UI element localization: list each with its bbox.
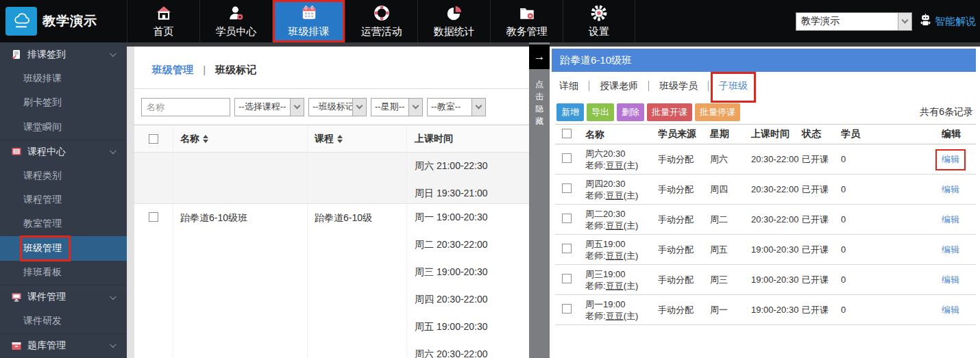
table-row[interactable]: 周五19:00 老师:豆豆(主) 手动分配 周五 19:00-20:30 已开课…	[555, 235, 976, 265]
edit-link[interactable]: 编辑	[942, 244, 959, 255]
collapse-strip-label: 点击隐藏	[535, 78, 544, 127]
edit-link[interactable]: 编辑	[942, 274, 959, 285]
student-source: 手动分配	[658, 304, 710, 316]
tab-separator	[648, 81, 649, 91]
edit-link-annotated[interactable]: 编辑	[942, 154, 959, 164]
sidebar-item-label: 课程中心	[27, 146, 66, 158]
nav-item-label: 首页	[154, 25, 174, 38]
cloud-logo-icon	[5, 7, 37, 36]
column-header-name[interactable]: 名称	[173, 125, 308, 152]
edit-link[interactable]: 编辑	[942, 184, 959, 194]
tab-subclasses[interactable]: 子班级	[716, 80, 750, 92]
sidebar-item-label: 班级排课	[23, 73, 62, 85]
weekday-filter-select[interactable]: --星期--	[371, 98, 423, 116]
nav-item-class-scheduling[interactable]: 班级排课	[272, 0, 345, 42]
teacher-link[interactable]: 豆豆	[606, 220, 624, 231]
class-time: 周六 21:00-22:30	[415, 153, 529, 180]
add-button[interactable]: 新增	[556, 103, 584, 121]
row-checkbox[interactable]	[562, 153, 572, 163]
room-filter-select[interactable]: --教室--	[427, 98, 486, 116]
sidebar-item-course-management[interactable]: 课程管理	[0, 188, 127, 212]
table-row[interactable]: 周一19:00 老师:豆豆(主) 手动分配 周一 19:00-20:30 已开课…	[555, 295, 976, 325]
select-all-checkbox[interactable]	[149, 134, 158, 144]
sort-icon[interactable]	[337, 135, 343, 143]
teacher-suffix: (主)	[624, 311, 639, 321]
collapse-panel-strip[interactable]: → 点击隐藏	[529, 42, 550, 358]
weekday: 周一	[710, 304, 751, 316]
nav-item-student-center[interactable]: 学员中心	[199, 0, 272, 42]
organization-select[interactable]: 教学演示	[796, 12, 912, 31]
teacher-link[interactable]: 豆豆	[606, 251, 624, 261]
table-row[interactable]: 周二20:30 老师:豆豆(主) 手动分配 周二 20:30-22:00 已开课…	[555, 205, 976, 235]
subclass-name: 周五19:00	[585, 238, 658, 250]
row-checkbox[interactable]	[149, 212, 158, 222]
app-screen: 教学演示 首页 学员中心 班级排课 运营活动 数据统计	[0, 0, 980, 358]
column-header-course[interactable]: 课程	[308, 125, 407, 152]
sidebar-item-courseware-rnd[interactable]: 课件研发	[0, 309, 127, 333]
sidebar-item-classroom-moments[interactable]: 课堂瞬间	[0, 115, 127, 139]
sort-icon[interactable]	[203, 135, 208, 143]
nav-item-academic-affairs[interactable]: 教务管理	[490, 0, 563, 42]
row-checkbox[interactable]	[562, 214, 572, 223]
sidebar-item-class-management[interactable]: 班级管理	[0, 236, 127, 260]
course-filter-value: --选择课程--	[235, 101, 290, 113]
row-checkbox[interactable]	[562, 244, 572, 253]
edit-link[interactable]: 编辑	[942, 214, 959, 225]
tab-separator	[708, 81, 709, 91]
sidebar-group-courseware-management[interactable]: 课件管理	[0, 285, 127, 309]
status-badge: 已开课	[802, 244, 841, 256]
collapse-arrow-icon[interactable]: →	[529, 44, 550, 69]
teacher-link[interactable]: 豆豆	[606, 281, 624, 291]
nav-item-statistics[interactable]: 数据统计	[417, 0, 490, 42]
row-checkbox[interactable]	[562, 183, 572, 193]
export-button[interactable]: 导出	[587, 103, 614, 121]
nav-item-home[interactable]: 首页	[127, 0, 199, 42]
row-checkbox[interactable]	[562, 274, 572, 283]
sidebar-item-shift-board[interactable]: 排班看板	[0, 261, 127, 285]
nav-item-operations[interactable]: 运营活动	[345, 0, 417, 42]
question-bank-box-icon	[11, 340, 22, 351]
nav-item-label: 教务管理	[506, 25, 548, 38]
sidebar-group-course-center[interactable]: 课程中心	[0, 140, 127, 164]
tab-students[interactable]: 班级学员	[657, 80, 700, 92]
teacher-link[interactable]: 豆豆	[606, 190, 624, 201]
class-time: 周二 20:30-22:00	[415, 231, 529, 259]
sidebar-group-question-bank[interactable]: 题库管理	[0, 333, 127, 357]
delete-button[interactable]: 删除	[617, 103, 644, 121]
select-all-checkbox[interactable]	[562, 129, 572, 138]
tab-details[interactable]: 详细	[556, 80, 581, 92]
tab-teachers[interactable]: 授课老师	[597, 80, 641, 92]
status-badge: 已开课	[802, 153, 841, 166]
nav-item-settings[interactable]: 设置	[563, 0, 635, 42]
batch-open-class-button[interactable]: 批量开课	[647, 103, 692, 121]
teacher-link[interactable]: 豆豆	[606, 311, 624, 321]
sidebar-item-course-category[interactable]: 课程类别	[0, 164, 127, 188]
breadcrumb-secondary[interactable]: 班级标记	[215, 64, 256, 75]
course-cell: 跆拳道6-10级	[308, 204, 407, 358]
table-row[interactable]: 跆拳道6-10级班 跆拳道6-10级 周一 19:00-20:30 周二 20:…	[134, 204, 529, 358]
column-header-status: 状态	[802, 128, 841, 140]
course-filter-select[interactable]: --选择课程--	[234, 98, 304, 116]
status-badge: 已开课	[802, 214, 841, 226]
column-header-time: 上课时间	[407, 133, 529, 145]
sidebar-item-class-scheduling[interactable]: 班级排课	[0, 66, 127, 90]
row-checkbox[interactable]	[562, 304, 572, 314]
breadcrumb-primary[interactable]: 班级管理	[152, 64, 193, 75]
smart-narration-button[interactable]: 智能解说	[919, 14, 976, 29]
pie-chart-icon	[445, 4, 463, 24]
class-tag-filter-select[interactable]: --班级标记--	[308, 98, 367, 116]
student-count: 0	[841, 184, 942, 194]
class-time: 周一 19:00-20:30	[415, 204, 529, 231]
name-filter-input[interactable]	[141, 98, 230, 116]
table-row[interactable]: 周四20:30 老师:豆豆(主) 手动分配 周四 20:30-22:00 已开课…	[555, 175, 976, 205]
batch-stop-class-button[interactable]: 批量停课	[695, 103, 740, 121]
app-logo: 教学演示	[5, 7, 97, 36]
sidebar-item-classroom-management[interactable]: 教室管理	[0, 212, 127, 236]
teacher-link[interactable]: 豆豆	[606, 160, 624, 170]
status-badge: 已开课	[802, 274, 841, 286]
table-row[interactable]: 周六20:30 老师:豆豆(主) 手动分配 周六 20:30-22:00 已开课…	[555, 144, 976, 175]
table-row[interactable]: 周三19:00 老师:豆豆(主) 手动分配 周三 19:00-20:30 已开课…	[555, 265, 976, 295]
edit-link[interactable]: 编辑	[942, 305, 959, 315]
sidebar-item-card-signin[interactable]: 刷卡签到	[0, 91, 127, 115]
sidebar-group-schedule-signin[interactable]: 排课签到	[0, 42, 127, 66]
